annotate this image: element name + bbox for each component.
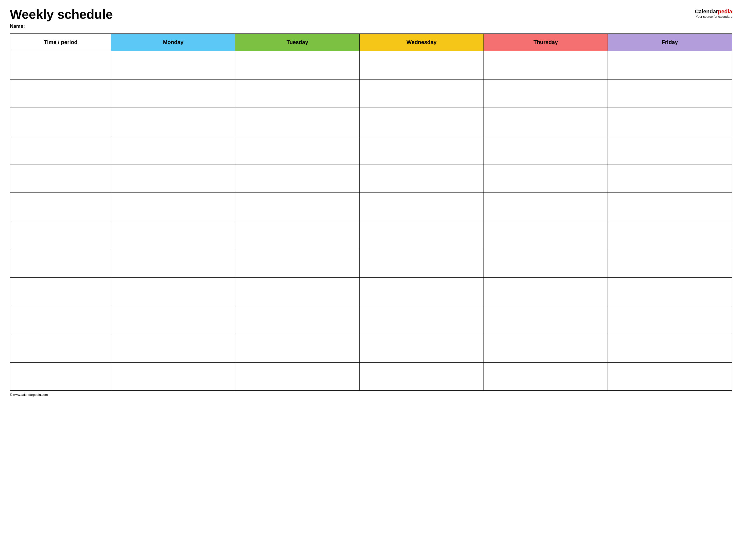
table-row (10, 136, 732, 164)
table-row (10, 334, 732, 362)
schedule-cell[interactable] (111, 136, 235, 164)
table-row (10, 277, 732, 306)
schedule-cell[interactable] (111, 221, 235, 249)
schedule-cell[interactable] (608, 249, 732, 277)
schedule-cell[interactable] (608, 136, 732, 164)
table-row (10, 51, 732, 79)
col-header-tuesday: Tuesday (235, 34, 360, 51)
schedule-cell[interactable] (111, 277, 235, 306)
schedule-cell[interactable] (360, 249, 483, 277)
schedule-cell[interactable] (483, 51, 607, 79)
schedule-cell[interactable] (235, 192, 360, 221)
schedule-cell[interactable] (111, 192, 235, 221)
schedule-cell[interactable] (483, 79, 607, 108)
col-header-wednesday: Wednesday (360, 34, 483, 51)
logo-tagline: Your source for calendars (695, 15, 732, 18)
table-row (10, 221, 732, 249)
schedule-cell[interactable] (111, 79, 235, 108)
schedule-cell[interactable] (360, 192, 483, 221)
schedule-cell[interactable] (111, 164, 235, 192)
schedule-cell[interactable] (235, 249, 360, 277)
time-cell[interactable] (10, 362, 111, 391)
schedule-cell[interactable] (235, 334, 360, 362)
schedule-table: Time / period Monday Tuesday Wednesday T… (10, 34, 732, 391)
schedule-cell[interactable] (483, 306, 607, 334)
schedule-cell[interactable] (360, 334, 483, 362)
time-cell[interactable] (10, 136, 111, 164)
schedule-cell[interactable] (608, 362, 732, 391)
time-cell[interactable] (10, 221, 111, 249)
schedule-cell[interactable] (483, 334, 607, 362)
logo-text: Calendarpedia (695, 8, 732, 15)
schedule-cell[interactable] (111, 362, 235, 391)
name-label: Name: (10, 23, 732, 29)
schedule-cell[interactable] (483, 192, 607, 221)
schedule-cell[interactable] (360, 136, 483, 164)
table-row (10, 249, 732, 277)
time-cell[interactable] (10, 334, 111, 362)
time-cell[interactable] (10, 164, 111, 192)
col-header-monday: Monday (111, 34, 235, 51)
schedule-cell[interactable] (360, 164, 483, 192)
time-cell[interactable] (10, 306, 111, 334)
schedule-cell[interactable] (235, 108, 360, 136)
schedule-cell[interactable] (608, 221, 732, 249)
page-header: Weekly schedule Calendarpedia Your sourc… (10, 7, 732, 21)
schedule-cell[interactable] (483, 221, 607, 249)
schedule-cell[interactable] (608, 108, 732, 136)
schedule-cell[interactable] (111, 249, 235, 277)
schedule-cell[interactable] (608, 277, 732, 306)
page-title: Weekly schedule (10, 7, 113, 21)
schedule-cell[interactable] (111, 306, 235, 334)
schedule-cell[interactable] (235, 51, 360, 79)
time-cell[interactable] (10, 249, 111, 277)
time-cell[interactable] (10, 277, 111, 306)
schedule-cell[interactable] (235, 221, 360, 249)
schedule-cell[interactable] (111, 51, 235, 79)
schedule-cell[interactable] (483, 277, 607, 306)
schedule-cell[interactable] (608, 192, 732, 221)
logo-calendar: Calendar (695, 8, 718, 14)
schedule-cell[interactable] (483, 249, 607, 277)
table-row (10, 192, 732, 221)
time-cell[interactable] (10, 192, 111, 221)
schedule-cell[interactable] (235, 306, 360, 334)
schedule-cell[interactable] (360, 51, 483, 79)
schedule-cell[interactable] (483, 164, 607, 192)
schedule-cell[interactable] (360, 79, 483, 108)
schedule-cell[interactable] (608, 306, 732, 334)
schedule-cell[interactable] (360, 277, 483, 306)
col-header-friday: Friday (608, 34, 732, 51)
schedule-cell[interactable] (111, 108, 235, 136)
footer: © www.calendarpedia.com (10, 393, 732, 397)
schedule-cell[interactable] (235, 79, 360, 108)
table-row (10, 362, 732, 391)
schedule-cell[interactable] (360, 221, 483, 249)
logo-pedia: pedia (718, 8, 732, 14)
table-row (10, 79, 732, 108)
schedule-cell[interactable] (483, 136, 607, 164)
time-cell[interactable] (10, 51, 111, 79)
time-cell[interactable] (10, 108, 111, 136)
schedule-cell[interactable] (608, 51, 732, 79)
schedule-body (10, 51, 732, 391)
schedule-cell[interactable] (608, 79, 732, 108)
schedule-cell[interactable] (235, 277, 360, 306)
time-cell[interactable] (10, 79, 111, 108)
table-row (10, 306, 732, 334)
schedule-cell[interactable] (111, 334, 235, 362)
col-header-thursday: Thursday (483, 34, 607, 51)
schedule-cell[interactable] (360, 362, 483, 391)
schedule-cell[interactable] (608, 164, 732, 192)
schedule-cell[interactable] (360, 306, 483, 334)
table-row (10, 108, 732, 136)
schedule-cell[interactable] (608, 334, 732, 362)
logo-area: Calendarpedia Your source for calendars (695, 7, 732, 18)
schedule-cell[interactable] (235, 136, 360, 164)
schedule-cell[interactable] (360, 108, 483, 136)
schedule-cell[interactable] (483, 362, 607, 391)
schedule-cell[interactable] (235, 164, 360, 192)
copyright: © www.calendarpedia.com (10, 393, 48, 397)
schedule-cell[interactable] (235, 362, 360, 391)
schedule-cell[interactable] (483, 108, 607, 136)
